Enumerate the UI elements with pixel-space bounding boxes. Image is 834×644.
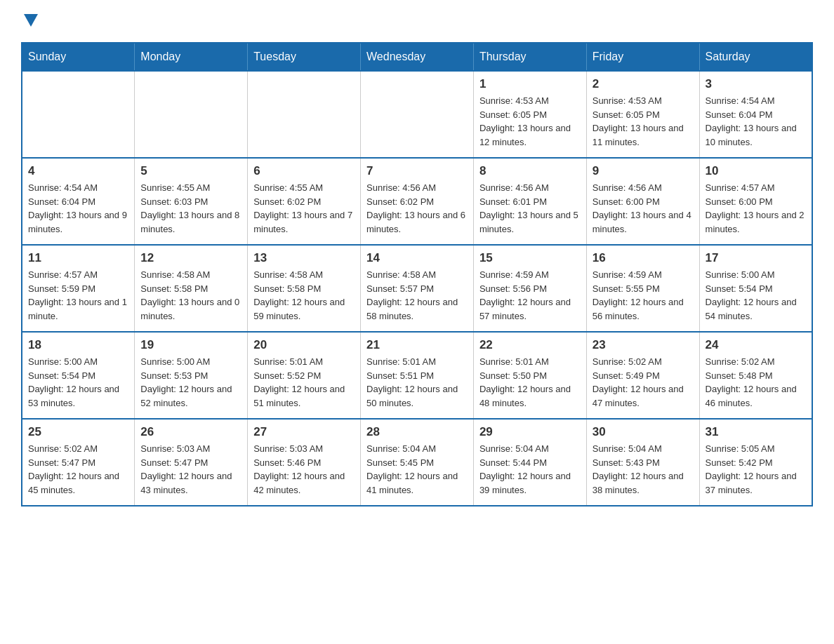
day-cell: 8Sunrise: 4:56 AM Sunset: 6:01 PM Daylig… [473,158,586,245]
day-info: Sunrise: 4:55 AM Sunset: 6:02 PM Dayligh… [253,181,355,236]
day-cell [135,71,248,158]
day-info: Sunrise: 4:59 AM Sunset: 5:55 PM Dayligh… [593,268,694,323]
day-number: 21 [366,338,468,352]
day-number: 8 [479,164,581,178]
day-cell: 26Sunrise: 5:03 AM Sunset: 5:47 PM Dayli… [135,419,248,506]
day-cell: 5Sunrise: 4:55 AM Sunset: 6:03 PM Daylig… [135,158,248,245]
day-number: 17 [706,251,806,265]
day-number: 27 [253,425,355,439]
day-number: 23 [593,338,694,352]
day-info: Sunrise: 5:04 AM Sunset: 5:43 PM Dayligh… [593,442,694,497]
day-info: Sunrise: 5:02 AM Sunset: 5:47 PM Dayligh… [28,442,128,497]
day-number: 10 [706,164,806,178]
day-cell: 11Sunrise: 4:57 AM Sunset: 5:59 PM Dayli… [22,245,135,332]
day-cell: 28Sunrise: 5:04 AM Sunset: 5:45 PM Dayli… [361,419,474,506]
day-cell [248,71,361,158]
day-cell: 9Sunrise: 4:56 AM Sunset: 6:00 PM Daylig… [586,158,699,245]
day-number: 4 [28,164,128,178]
day-cell: 22Sunrise: 5:01 AM Sunset: 5:50 PM Dayli… [473,332,586,419]
day-number: 11 [28,251,128,265]
day-info: Sunrise: 4:53 AM Sunset: 6:05 PM Dayligh… [593,94,694,149]
day-cell: 17Sunrise: 5:00 AM Sunset: 5:54 PM Dayli… [699,245,812,332]
day-number: 30 [593,425,694,439]
day-number: 28 [366,425,468,439]
calendar-header-row: SundayMondayTuesdayWednesdayThursdayFrid… [22,43,812,71]
week-row-4: 18Sunrise: 5:00 AM Sunset: 5:54 PM Dayli… [22,332,812,419]
day-number: 2 [593,77,694,91]
day-number: 1 [479,77,581,91]
day-cell: 7Sunrise: 4:56 AM Sunset: 6:02 PM Daylig… [361,158,474,245]
day-info: Sunrise: 4:56 AM Sunset: 6:01 PM Dayligh… [479,181,581,236]
day-number: 22 [479,338,581,352]
header-tuesday: Tuesday [248,43,361,71]
day-cell [22,71,135,158]
day-info: Sunrise: 4:58 AM Sunset: 5:57 PM Dayligh… [366,268,468,323]
day-cell: 31Sunrise: 5:05 AM Sunset: 5:42 PM Dayli… [699,419,812,506]
day-info: Sunrise: 5:00 AM Sunset: 5:54 PM Dayligh… [706,268,806,323]
day-info: Sunrise: 4:54 AM Sunset: 6:04 PM Dayligh… [706,94,806,149]
day-cell: 12Sunrise: 4:58 AM Sunset: 5:58 PM Dayli… [135,245,248,332]
day-cell: 15Sunrise: 4:59 AM Sunset: 5:56 PM Dayli… [473,245,586,332]
day-cell: 2Sunrise: 4:53 AM Sunset: 6:05 PM Daylig… [586,71,699,158]
week-row-2: 4Sunrise: 4:54 AM Sunset: 6:04 PM Daylig… [22,158,812,245]
day-info: Sunrise: 5:05 AM Sunset: 5:42 PM Dayligh… [706,442,806,497]
day-info: Sunrise: 5:01 AM Sunset: 5:52 PM Dayligh… [253,355,355,410]
week-row-5: 25Sunrise: 5:02 AM Sunset: 5:47 PM Dayli… [22,419,812,506]
day-info: Sunrise: 5:03 AM Sunset: 5:47 PM Dayligh… [140,442,241,497]
week-row-1: 1Sunrise: 4:53 AM Sunset: 6:05 PM Daylig… [22,71,812,158]
day-number: 12 [140,251,241,265]
day-info: Sunrise: 5:00 AM Sunset: 5:53 PM Dayligh… [140,355,241,410]
day-number: 7 [366,164,468,178]
day-number: 24 [706,338,806,352]
day-cell: 21Sunrise: 5:01 AM Sunset: 5:51 PM Dayli… [361,332,474,419]
day-number: 31 [706,425,806,439]
header-wednesday: Wednesday [361,43,474,71]
day-cell: 20Sunrise: 5:01 AM Sunset: 5:52 PM Dayli… [248,332,361,419]
logo-triangle-icon [24,14,38,27]
day-number: 19 [140,338,241,352]
day-cell: 30Sunrise: 5:04 AM Sunset: 5:43 PM Dayli… [586,419,699,506]
day-info: Sunrise: 4:56 AM Sunset: 6:02 PM Dayligh… [366,181,468,236]
day-info: Sunrise: 4:53 AM Sunset: 6:05 PM Dayligh… [479,94,581,149]
day-cell [361,71,474,158]
day-cell: 29Sunrise: 5:04 AM Sunset: 5:44 PM Dayli… [473,419,586,506]
day-info: Sunrise: 5:00 AM Sunset: 5:54 PM Dayligh… [28,355,128,410]
day-cell: 10Sunrise: 4:57 AM Sunset: 6:00 PM Dayli… [699,158,812,245]
header-sunday: Sunday [22,43,135,71]
day-number: 20 [253,338,355,352]
day-info: Sunrise: 4:56 AM Sunset: 6:00 PM Dayligh… [593,181,694,236]
day-number: 6 [253,164,355,178]
day-info: Sunrise: 5:01 AM Sunset: 5:51 PM Dayligh… [366,355,468,410]
day-number: 29 [479,425,581,439]
day-info: Sunrise: 5:02 AM Sunset: 5:48 PM Dayligh… [706,355,806,410]
day-cell: 23Sunrise: 5:02 AM Sunset: 5:49 PM Dayli… [586,332,699,419]
day-number: 9 [593,164,694,178]
day-number: 13 [253,251,355,265]
day-number: 15 [479,251,581,265]
day-cell: 16Sunrise: 4:59 AM Sunset: 5:55 PM Dayli… [586,245,699,332]
logo [21,14,38,28]
day-info: Sunrise: 4:57 AM Sunset: 5:59 PM Dayligh… [28,268,128,323]
day-info: Sunrise: 5:03 AM Sunset: 5:46 PM Dayligh… [253,442,355,497]
page-header [21,14,813,28]
day-info: Sunrise: 5:04 AM Sunset: 5:45 PM Dayligh… [366,442,468,497]
day-cell: 4Sunrise: 4:54 AM Sunset: 6:04 PM Daylig… [22,158,135,245]
day-cell: 6Sunrise: 4:55 AM Sunset: 6:02 PM Daylig… [248,158,361,245]
day-info: Sunrise: 4:58 AM Sunset: 5:58 PM Dayligh… [140,268,241,323]
day-cell: 14Sunrise: 4:58 AM Sunset: 5:57 PM Dayli… [361,245,474,332]
day-info: Sunrise: 5:04 AM Sunset: 5:44 PM Dayligh… [479,442,581,497]
day-number: 16 [593,251,694,265]
day-info: Sunrise: 4:54 AM Sunset: 6:04 PM Dayligh… [28,181,128,236]
day-number: 3 [706,77,806,91]
day-info: Sunrise: 5:01 AM Sunset: 5:50 PM Dayligh… [479,355,581,410]
day-info: Sunrise: 4:59 AM Sunset: 5:56 PM Dayligh… [479,268,581,323]
day-cell: 1Sunrise: 4:53 AM Sunset: 6:05 PM Daylig… [473,71,586,158]
day-number: 25 [28,425,128,439]
day-cell: 18Sunrise: 5:00 AM Sunset: 5:54 PM Dayli… [22,332,135,419]
day-cell: 3Sunrise: 4:54 AM Sunset: 6:04 PM Daylig… [699,71,812,158]
header-thursday: Thursday [473,43,586,71]
day-number: 14 [366,251,468,265]
header-saturday: Saturday [699,43,812,71]
day-info: Sunrise: 4:55 AM Sunset: 6:03 PM Dayligh… [140,181,241,236]
day-cell: 13Sunrise: 4:58 AM Sunset: 5:58 PM Dayli… [248,245,361,332]
